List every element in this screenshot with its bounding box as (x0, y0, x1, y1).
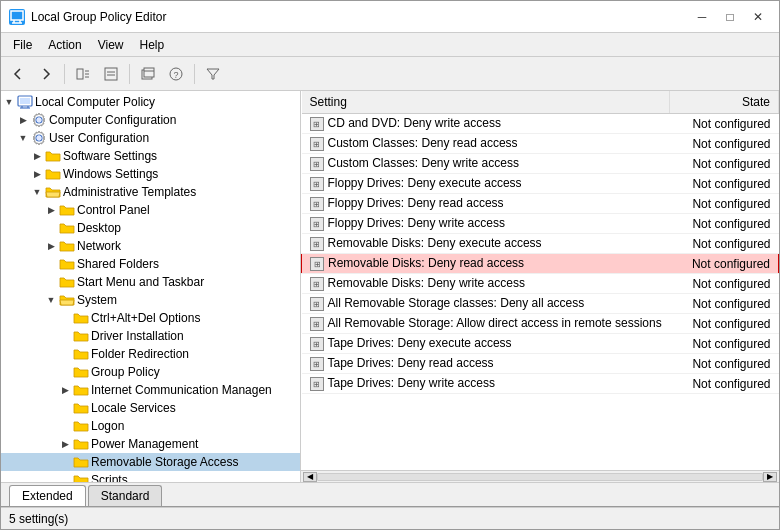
state-cell: Not configured (670, 254, 779, 274)
back-button[interactable] (5, 62, 31, 86)
table-row[interactable]: ⊞Removable Disks: Deny execute accessNot… (302, 234, 779, 254)
tree-item-pm[interactable]: ▶ Power Management (1, 435, 300, 453)
expand-icon-at[interactable]: ▼ (29, 184, 45, 200)
expand-icon-pm[interactable]: ▶ (57, 436, 73, 452)
show-hide-tree-button[interactable] (70, 62, 96, 86)
menu-file[interactable]: File (5, 36, 40, 54)
table-row[interactable]: ⊞Floppy Drives: Deny execute accessNot c… (302, 174, 779, 194)
expand-icon-sc[interactable] (57, 472, 73, 482)
table-row[interactable]: ⊞Removable Disks: Deny write accessNot c… (302, 274, 779, 294)
expand-icon-fr[interactable] (57, 346, 73, 362)
expand-icon-cad[interactable] (57, 310, 73, 326)
tree-item-nw[interactable]: ▶ Network (1, 237, 300, 255)
tree-item-sys[interactable]: ▼ System (1, 291, 300, 309)
tree-label-cp: Control Panel (77, 203, 150, 217)
minimize-button[interactable]: ─ (689, 7, 715, 27)
expand-icon-di[interactable] (57, 328, 73, 344)
table-row[interactable]: ⊞Tape Drives: Deny read accessNot config… (302, 354, 779, 374)
menu-help[interactable]: Help (132, 36, 173, 54)
new-window-button[interactable] (135, 62, 161, 86)
main-area: ▼ Local Computer Policy▶ Computer Config… (1, 91, 779, 482)
tree-item-stb[interactable]: Start Menu and Taskbar (1, 273, 300, 291)
maximize-button[interactable]: □ (717, 7, 743, 27)
title-bar-left: Local Group Policy Editor (9, 9, 166, 25)
setting-icon: ⊞ (310, 297, 324, 311)
tree-item-sc[interactable]: Scripts (1, 471, 300, 482)
state-cell: Not configured (670, 234, 779, 254)
table-row[interactable]: ⊞Floppy Drives: Deny write accessNot con… (302, 214, 779, 234)
expand-icon-ls[interactable] (57, 400, 73, 416)
menu-action[interactable]: Action (40, 36, 89, 54)
list-container[interactable]: Setting State ⊞CD and DVD: Deny write ac… (301, 91, 779, 470)
table-row[interactable]: ⊞All Removable Storage: Allow direct acc… (302, 314, 779, 334)
setting-icon: ⊞ (310, 317, 324, 331)
expand-icon-ss[interactable]: ▶ (29, 148, 45, 164)
menu-view[interactable]: View (90, 36, 132, 54)
tree-item-sf[interactable]: Shared Folders (1, 255, 300, 273)
table-row[interactable]: ⊞CD and DVD: Deny write accessNot config… (302, 114, 779, 134)
tree-item-root[interactable]: ▼ Local Computer Policy (1, 93, 300, 111)
setting-cell: ⊞Floppy Drives: Deny read access (302, 194, 670, 214)
tree-container[interactable]: ▼ Local Computer Policy▶ Computer Config… (1, 91, 300, 482)
tree-item-gp[interactable]: Group Policy (1, 363, 300, 381)
expand-icon-rsa[interactable] (57, 454, 73, 470)
table-row[interactable]: ⊞Tape Drives: Deny execute accessNot con… (302, 334, 779, 354)
tab-extended[interactable]: Extended (9, 485, 86, 506)
expand-icon-lg[interactable] (57, 418, 73, 434)
tree-label-lg: Logon (91, 419, 124, 433)
expand-icon-nw[interactable]: ▶ (43, 238, 59, 254)
setting-cell: ⊞Custom Classes: Deny read access (302, 134, 670, 154)
tree-label-di: Driver Installation (91, 329, 184, 343)
filter-button[interactable] (200, 62, 226, 86)
expand-icon-dt[interactable] (43, 220, 59, 236)
help-button[interactable]: ? (163, 62, 189, 86)
tree-item-fr[interactable]: Folder Redirection (1, 345, 300, 363)
table-row[interactable]: ⊞Floppy Drives: Deny read accessNot conf… (302, 194, 779, 214)
tree-item-rsa[interactable]: Removable Storage Access (1, 453, 300, 471)
expand-icon-sys[interactable]: ▼ (43, 292, 59, 308)
h-scroll-track[interactable] (317, 473, 763, 481)
tree-item-at[interactable]: ▼ Administrative Templates (1, 183, 300, 201)
table-row[interactable]: ⊞Custom Classes: Deny read accessNot con… (302, 134, 779, 154)
tree-item-icm[interactable]: ▶ Internet Communication Managen (1, 381, 300, 399)
folder-icon (59, 202, 75, 218)
svg-rect-8 (105, 68, 117, 80)
tree-item-ss[interactable]: ▶ Software Settings (1, 147, 300, 165)
tree-item-di[interactable]: Driver Installation (1, 327, 300, 345)
properties-button[interactable] (98, 62, 124, 86)
table-row[interactable]: ⊞Tape Drives: Deny write accessNot confi… (302, 374, 779, 394)
right-panel: Setting State ⊞CD and DVD: Deny write ac… (301, 91, 779, 482)
tree-label-sys: System (77, 293, 117, 307)
table-row[interactable]: ⊞Removable Disks: Deny read accessNot co… (302, 254, 779, 274)
tree-item-cad[interactable]: Ctrl+Alt+Del Options (1, 309, 300, 327)
expand-icon-gp[interactable] (57, 364, 73, 380)
tree-item-cc[interactable]: ▶ Computer Configuration (1, 111, 300, 129)
toolbar-sep-3 (194, 64, 195, 84)
expand-icon-cc[interactable]: ▶ (15, 112, 31, 128)
tab-standard[interactable]: Standard (88, 485, 163, 506)
tree-item-uc[interactable]: ▼ User Configuration (1, 129, 300, 147)
folder-icon (73, 436, 89, 452)
tree-item-dt[interactable]: Desktop (1, 219, 300, 237)
expand-icon-cp[interactable]: ▶ (43, 202, 59, 218)
setting-icon: ⊞ (310, 197, 324, 211)
tree-item-ls[interactable]: Locale Services (1, 399, 300, 417)
expand-icon-icm[interactable]: ▶ (57, 382, 73, 398)
table-row[interactable]: ⊞All Removable Storage classes: Deny all… (302, 294, 779, 314)
setting-icon: ⊞ (310, 237, 324, 251)
table-row[interactable]: ⊞Custom Classes: Deny write accessNot co… (302, 154, 779, 174)
tree-item-ws[interactable]: ▶ Windows Settings (1, 165, 300, 183)
forward-button[interactable] (33, 62, 59, 86)
setting-icon: ⊞ (310, 257, 324, 271)
toolbar-sep-1 (64, 64, 65, 84)
close-button[interactable]: ✕ (745, 7, 771, 27)
expand-icon-root[interactable]: ▼ (1, 94, 17, 110)
horizontal-scrollbar[interactable]: ◀ ▶ (301, 470, 779, 482)
expand-icon-uc[interactable]: ▼ (15, 130, 31, 146)
tree-item-lg[interactable]: Logon (1, 417, 300, 435)
expand-icon-stb[interactable] (43, 274, 59, 290)
expand-icon-ws[interactable]: ▶ (29, 166, 45, 182)
setting-icon: ⊞ (310, 377, 324, 391)
expand-icon-sf[interactable] (43, 256, 59, 272)
tree-item-cp[interactable]: ▶ Control Panel (1, 201, 300, 219)
